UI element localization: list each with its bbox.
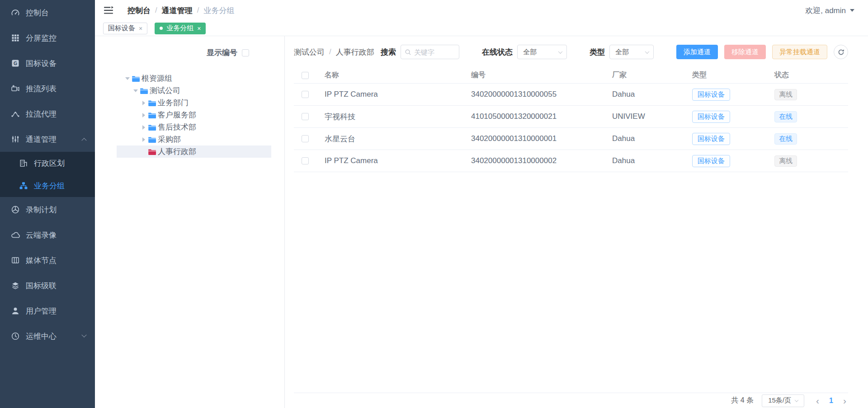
breadcrumb-item[interactable]: 通道管理: [162, 5, 193, 16]
tab-active[interactable]: 业务分组×: [155, 23, 206, 34]
channel-name: 宇视科技: [316, 112, 463, 122]
tab-inactive[interactable]: 国标设备×: [103, 23, 147, 34]
tree-node[interactable]: 采购部: [117, 133, 271, 145]
user-icon: [11, 306, 20, 315]
tree-node[interactable]: 根资源组: [117, 72, 271, 84]
toolbar: 测试公司 / 人事行政部 搜索 在线状态 全部: [294, 45, 848, 59]
sidebar-item-user-mgmt[interactable]: 用户管理: [0, 298, 95, 324]
online-status-select[interactable]: 全部: [517, 45, 567, 59]
close-icon[interactable]: ×: [197, 25, 201, 32]
tree-node-label: 售后技术部: [158, 122, 196, 132]
sidebar-item-push-list[interactable]: 推流列表: [0, 76, 95, 101]
type-group: 类型 全部: [590, 45, 654, 59]
add-channel-button[interactable]: 添加通道: [676, 45, 718, 59]
sidebar-item-label: 拉流代理: [26, 109, 57, 119]
table-row[interactable]: IP PTZ Camera34020000001310000055Dahua国标…: [294, 84, 848, 106]
chevron-down-icon: [795, 398, 798, 402]
table-row[interactable]: IP PTZ Camera34020000001310000002Dahua国标…: [294, 150, 848, 172]
sidebar-item-gb-devices[interactable]: G国标设备: [0, 51, 95, 76]
gb-device-icon: G: [11, 59, 20, 68]
tree-node-label: 业务部门: [158, 98, 189, 108]
show-number-checkbox[interactable]: [242, 49, 249, 56]
folder-icon: [139, 87, 150, 94]
channel-name: IP PTZ Camera: [316, 90, 463, 99]
folder-icon: [147, 99, 158, 107]
refresh-button[interactable]: [834, 45, 848, 59]
caret-down-icon[interactable]: [133, 89, 138, 92]
tree-panel: 显示编号 根资源组测试公司业务部门客户服务部售后技术部采购部人事行政部: [95, 36, 285, 408]
layers-icon: [11, 281, 20, 290]
caret-right-icon[interactable]: [142, 125, 145, 130]
sidebar-item-label: 分屏监控: [26, 33, 57, 43]
chevron-down-icon: [558, 49, 563, 54]
channel-code: 41010500001320000021: [463, 112, 604, 121]
group-path-item-current: 人事行政部: [336, 47, 374, 57]
search-input[interactable]: [414, 48, 455, 56]
type-value: 全部: [615, 48, 629, 56]
resource-tree: 根资源组测试公司业务部门客户服务部售后技术部采购部人事行政部: [117, 72, 271, 158]
channel-vendor: UNIVIEW: [604, 112, 684, 121]
sidebar-item-label: 控制台: [26, 8, 49, 18]
sidebar-item-ops-center[interactable]: 运维中心: [0, 324, 95, 349]
active-dot-icon: [160, 27, 163, 30]
sidebar-item-split-screen[interactable]: 分屏监控: [0, 25, 95, 51]
pagination: 共 4 条 15条/页 ‹ 1 ›: [294, 393, 848, 408]
current-page[interactable]: 1: [829, 397, 833, 405]
abnormal-mount-button[interactable]: 异常挂载通道: [772, 45, 827, 59]
dashboard-icon: [11, 8, 20, 17]
table-row[interactable]: 宇视科技41010500001320000021UNIVIEW国标设备在线: [294, 106, 848, 128]
tab-label: 国标设备: [108, 24, 135, 33]
breadcrumb-item[interactable]: 控制台: [127, 5, 151, 16]
folder-icon: [147, 136, 158, 143]
sidebar-item-console[interactable]: 控制台: [0, 0, 95, 25]
table-row[interactable]: 水星云台34020000001310000001Dahua国标设备在线: [294, 128, 848, 150]
group-path-item[interactable]: 测试公司: [294, 47, 325, 57]
table-body: IP PTZ Camera34020000001310000055Dahua国标…: [294, 84, 848, 172]
remove-channel-button[interactable]: 移除通道: [724, 45, 766, 59]
tree-node[interactable]: 人事行政部: [117, 145, 271, 158]
sidebar-item-biz-group[interactable]: 业务分组: [0, 174, 95, 197]
caret-down-icon[interactable]: [125, 77, 130, 80]
channel-vendor: Dahua: [604, 90, 684, 99]
tree-node[interactable]: 测试公司: [117, 84, 271, 97]
column-header-status: 状态: [766, 70, 848, 80]
action-buttons: 添加通道 移除通道 异常挂载通道: [676, 45, 848, 59]
channel-panel: 测试公司 / 人事行政部 搜索 在线状态 全部: [285, 36, 868, 408]
search-label: 搜索: [381, 47, 396, 57]
caret-right-icon[interactable]: [142, 101, 145, 105]
row-checkbox[interactable]: [302, 113, 309, 120]
close-icon[interactable]: ×: [139, 25, 142, 32]
tree-node[interactable]: 业务部门: [117, 97, 271, 109]
row-checkbox[interactable]: [302, 157, 309, 164]
collapse-sidebar-icon[interactable]: [103, 6, 114, 15]
user-menu[interactable]: 欢迎, admin: [805, 5, 854, 16]
caret-right-icon[interactable]: [142, 137, 145, 142]
row-checkbox[interactable]: [302, 91, 309, 98]
page-size-select[interactable]: 15条/页: [762, 394, 804, 407]
caret-right-icon[interactable]: [142, 113, 145, 117]
sidebar-item-pull-proxy[interactable]: 拉流代理: [0, 101, 95, 127]
folder-icon: [147, 124, 158, 131]
type-tag: 国标设备: [692, 133, 730, 145]
row-checkbox[interactable]: [302, 135, 309, 142]
column-header-vendor: 厂家: [604, 70, 684, 80]
column-header-code: 编号: [463, 70, 604, 80]
channel-code: 34020000001310000002: [463, 156, 604, 165]
org-tree-icon: [19, 181, 28, 190]
select-all-checkbox[interactable]: [302, 72, 309, 79]
prev-page-button[interactable]: ‹: [814, 396, 821, 405]
sidebar-item-district[interactable]: 行政区划: [0, 152, 95, 174]
sidebar-item-channel-mgmt[interactable]: 通道管理: [0, 127, 95, 152]
sidebar-item-record-plan[interactable]: 录制计划: [0, 197, 95, 222]
tree-node[interactable]: 售后技术部: [117, 121, 271, 133]
next-page-button[interactable]: ›: [841, 396, 848, 405]
chevron-up-icon: [81, 138, 86, 143]
sidebar-item-cloud-record[interactable]: 云端录像: [0, 222, 95, 248]
breadcrumb-item-current: 业务分组: [203, 5, 234, 16]
tree-node-label: 根资源组: [142, 73, 172, 84]
sidebar-item-media-node[interactable]: 媒体节点: [0, 248, 95, 273]
sidebar-item-label: 通道管理: [26, 134, 57, 145]
type-select[interactable]: 全部: [609, 45, 654, 59]
tree-node[interactable]: 客户服务部: [117, 109, 271, 121]
sidebar-item-gb-cascade[interactable]: 国标级联: [0, 273, 95, 298]
